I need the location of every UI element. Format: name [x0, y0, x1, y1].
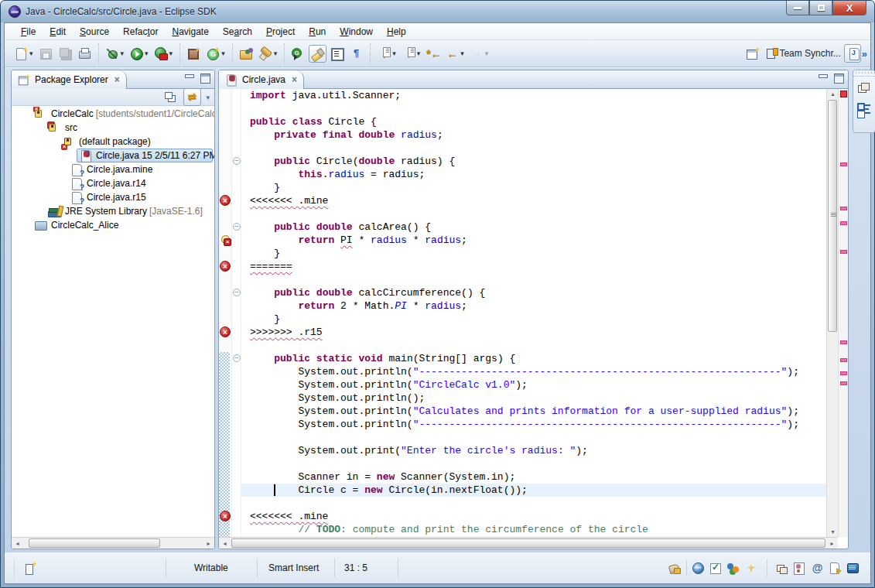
error-log-icon[interactable] [829, 562, 842, 575]
editor-tab-circle-java[interactable]: Circle.java × [219, 70, 304, 89]
tree-item-circle-java-r14[interactable]: Circle.java.r14 [12, 176, 214, 190]
last-edit-location-button[interactable]: *← [424, 45, 442, 63]
editor-hscrollbar[interactable]: ◂ ▸ [219, 537, 838, 549]
collapse-fold-icon[interactable]: − [233, 157, 241, 165]
code-line[interactable]: >>>>>>> .r15 [241, 326, 826, 339]
globe-icon[interactable] [692, 562, 705, 575]
tree-item-circlecalc[interactable]: CircleCalc [students/student1/CircleCalc [12, 107, 214, 121]
code-line[interactable]: public class Circle { [241, 115, 826, 128]
forward-button[interactable]: →▾ [468, 45, 491, 63]
code-line[interactable]: public double calcArea() { [241, 220, 826, 234]
minimize-button[interactable] [786, 1, 809, 15]
code-line[interactable]: <<<<<<< .mine [241, 194, 826, 207]
editor-vscrollbar[interactable]: ▴ ▾ [826, 89, 838, 537]
overview-change-marker[interactable] [840, 162, 847, 166]
dropdown-arrow-icon[interactable]: ▾ [169, 50, 173, 57]
fast-view-icon[interactable] [24, 562, 37, 575]
code-line[interactable]: System.out.println("--------------------… [241, 365, 826, 378]
current-code-line[interactable]: Circle c = new Circle(in.nextFloat()); [241, 484, 826, 497]
mentions-icon[interactable]: @ [811, 562, 824, 575]
code-line[interactable]: } [241, 181, 826, 194]
collapse-fold-icon[interactable]: − [233, 354, 241, 362]
code-line[interactable] [241, 457, 826, 470]
code-line[interactable] [241, 207, 826, 220]
hscroll-thumb[interactable] [29, 538, 160, 548]
menu-window[interactable]: Window [333, 25, 380, 39]
code-area[interactable]: import java.util.Scanner;public class Ci… [241, 89, 826, 537]
code-line[interactable]: public double calcCircumference() { [241, 286, 826, 299]
minimize-view-icon[interactable] [184, 74, 195, 83]
show-whitespace-button[interactable]: ¶ [347, 45, 365, 63]
minimize-editor-icon[interactable] [818, 74, 829, 83]
collapse-all-button[interactable] [162, 88, 179, 106]
package-explorer-tab[interactable]: Package Explorer × [12, 70, 127, 89]
tree-item-circle-java-15-2-5-11-6-27-pm[interactable]: Circle.java 15 2/5/11 6:27 PM [12, 149, 214, 162]
scroll-left-icon[interactable]: ◂ [219, 538, 231, 549]
error-marker-icon[interactable]: × [220, 511, 231, 521]
code-line[interactable]: ======= [241, 260, 826, 273]
overview-ruler[interactable] [838, 89, 848, 537]
new-wizard-button[interactable]: ▾ [12, 45, 36, 63]
fastview-drag-handle[interactable] [853, 70, 875, 77]
save-button[interactable] [37, 45, 55, 63]
breadcrumb-button[interactable] [289, 45, 307, 63]
scroll-right-icon[interactable]: ▸ [203, 538, 214, 549]
code-line[interactable]: Scanner in = new Scanner(System.in); [241, 470, 826, 484]
error-marker-icon[interactable]: × [220, 326, 231, 337]
menu-search[interactable]: Search [216, 25, 259, 39]
code-line[interactable]: System.out.println("Calculates and print… [241, 405, 826, 418]
close-editor-icon[interactable]: × [292, 74, 297, 85]
run-external-button[interactable]: ▾ [152, 45, 176, 63]
menu-project[interactable]: Project [259, 25, 302, 39]
collapse-fold-icon[interactable]: − [233, 223, 241, 231]
vscroll-thumb[interactable] [828, 100, 837, 332]
code-line[interactable]: System.out.println("--------------------… [241, 418, 826, 431]
print-button[interactable] [76, 45, 94, 63]
build-check-icon[interactable] [709, 562, 723, 575]
menu-file[interactable]: File [14, 25, 43, 39]
save-all-button[interactable] [56, 45, 74, 63]
open-perspective-button[interactable] [744, 45, 762, 63]
tree-item-default-package[interactable]: (default package) [12, 135, 214, 149]
dropdown-arrow-icon[interactable]: ▾ [29, 50, 33, 57]
menu-help[interactable]: Help [380, 25, 413, 39]
new-class-button[interactable]: ▾ [204, 45, 227, 63]
tree-item-jre-system-library[interactable]: JRE System Library [JavaSE-1.6] [12, 204, 214, 218]
annotation-ruler[interactable]: ×××× [219, 89, 232, 537]
overview-error-marker[interactable] [840, 91, 847, 97]
menu-refactor[interactable]: Refactor [116, 25, 165, 39]
code-line[interactable]: return 2 * Math.PI * radius; [241, 299, 826, 313]
perspective-overflow-chevron[interactable]: » [862, 48, 867, 60]
dropdown-arrow-icon[interactable]: ▾ [145, 50, 149, 57]
dropdown-arrow-icon[interactable]: ▾ [485, 50, 489, 57]
debug-button[interactable]: ▾ [104, 45, 127, 63]
code-line[interactable] [241, 273, 826, 286]
package-explorer-hscrollbar[interactable]: ◂ ▸ [12, 537, 214, 549]
view-menu-icon[interactable]: ▾ [204, 94, 211, 101]
code-line[interactable] [241, 102, 826, 115]
mark-occurrences-button[interactable] [309, 45, 326, 63]
code-line[interactable] [241, 431, 826, 444]
overview-change-marker[interactable] [840, 358, 847, 362]
code-line[interactable] [241, 497, 826, 510]
tree-item-circle-java-mine[interactable]: Circle.java.mine [12, 162, 214, 176]
team-synchronizing-perspective-button[interactable]: Team Synchr... [763, 45, 843, 63]
menu-run[interactable]: Run [302, 25, 333, 39]
menu-source[interactable]: Source [73, 25, 116, 39]
svn-hand-icon[interactable] [668, 562, 682, 575]
link-with-editor-button[interactable] [183, 88, 201, 106]
code-line[interactable]: // TODO: compute and print the circumfer… [241, 523, 826, 536]
menu-edit[interactable]: Edit [43, 25, 73, 39]
open-type-button[interactable] [238, 45, 255, 63]
code-line[interactable]: } [241, 247, 826, 260]
folding-ruler[interactable]: −−−− [232, 89, 241, 537]
code-line[interactable]: System.out.println("CircleCalc v1.0"); [241, 378, 826, 391]
dropdown-arrow-icon[interactable]: ▾ [274, 50, 278, 57]
code-line[interactable]: return PI * radius * radius; [241, 234, 826, 247]
scroll-down-icon[interactable]: ▾ [827, 527, 839, 537]
overview-change-marker[interactable] [840, 221, 847, 225]
prev-annotation-button[interactable]: ↑▾ [400, 45, 423, 63]
error-marker-icon[interactable]: × [220, 261, 231, 272]
console-icon[interactable] [846, 562, 860, 575]
code-line[interactable]: import java.util.Scanner; [241, 89, 826, 102]
